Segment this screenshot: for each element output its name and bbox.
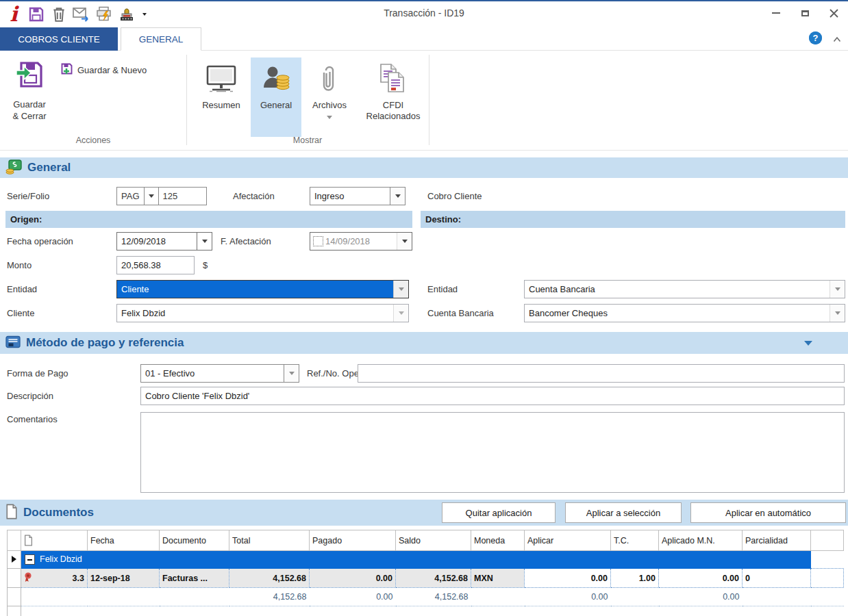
header-parcialidad[interactable]: Parcialidad bbox=[743, 530, 811, 551]
maximize-icon[interactable] bbox=[796, 4, 814, 22]
stamp-icon[interactable] bbox=[117, 5, 136, 24]
quitar-aplicacion-button[interactable]: Quitar aplicación bbox=[442, 502, 556, 523]
person-coins-icon bbox=[251, 57, 301, 100]
cell-moneda[interactable]: MXN bbox=[471, 569, 525, 588]
header-total[interactable]: Total bbox=[229, 530, 310, 551]
f-afectacion-dropdown-icon[interactable] bbox=[397, 233, 412, 250]
cell-tc[interactable]: 1.00 bbox=[611, 569, 659, 588]
payment-section-title: Método de pago y referencia bbox=[26, 336, 184, 350]
save-close-floppy-icon bbox=[4, 57, 55, 89]
cuenta-bancaria-combo[interactable]: Bancomer Cheques bbox=[524, 304, 845, 322]
cfdi-relacionados-button[interactable]: CFDI Relacionados bbox=[360, 57, 426, 137]
save-new-floppy-icon bbox=[60, 62, 73, 77]
resumen-button[interactable]: Resumen bbox=[193, 57, 249, 137]
save-new-button[interactable]: Guardar & Nuevo bbox=[60, 62, 147, 78]
archivos-dropdown-icon[interactable] bbox=[327, 116, 332, 119]
payment-collapse-icon[interactable] bbox=[804, 341, 812, 346]
quick-print-icon[interactable] bbox=[95, 5, 114, 24]
afectacion-combo[interactable]: Ingreso bbox=[310, 187, 406, 205]
save-close-button[interactable]: Guardar & Cerrar bbox=[4, 57, 55, 134]
header-documento[interactable]: Documento bbox=[160, 530, 229, 551]
f-afectacion-combo[interactable]: 14/09/2018 bbox=[310, 232, 412, 251]
entidad-origen-dropdown-icon[interactable] bbox=[393, 281, 408, 298]
fecha-operacion-dropdown-icon[interactable] bbox=[197, 233, 212, 250]
cliente-combo[interactable]: Felix Dbzid bbox=[116, 304, 409, 322]
row-pointer-cell[interactable] bbox=[8, 551, 21, 569]
forma-pago-dropdown-icon[interactable] bbox=[284, 365, 299, 382]
minimize-icon[interactable] bbox=[767, 4, 785, 22]
archivos-button[interactable]: Archivos bbox=[303, 57, 356, 137]
totals-saldo: 4,152.68 bbox=[396, 588, 471, 606]
serie-value[interactable]: PAG bbox=[117, 191, 144, 201]
fecha-operacion-combo[interactable]: 12/09/2018 bbox=[116, 232, 212, 251]
cell-total[interactable]: 4,152.68 bbox=[229, 569, 310, 588]
cell-seq[interactable]: 3.3 bbox=[21, 569, 88, 588]
document-row[interactable]: 3.3 12-sep-18 Facturas ... 4,152.68 0.00… bbox=[8, 569, 844, 588]
close-icon[interactable] bbox=[825, 4, 843, 22]
f-afectacion-checkbox[interactable] bbox=[313, 236, 323, 246]
header-aplicado[interactable]: Aplicado M.N. bbox=[659, 530, 743, 551]
send-mail-icon[interactable] bbox=[72, 5, 91, 24]
general-section-title: General bbox=[27, 161, 71, 175]
group-customer-name: Felix Dbzid bbox=[40, 554, 82, 564]
tab-general[interactable]: GENERAL bbox=[121, 27, 201, 51]
serie-folio-label: Serie/Folio bbox=[7, 187, 49, 205]
header-doc-icon-cell[interactable] bbox=[21, 530, 88, 551]
forma-pago-combo[interactable]: 01 - Efectivo bbox=[140, 364, 299, 383]
serie-dropdown-icon[interactable] bbox=[144, 188, 159, 205]
origen-subheader: Origen: bbox=[5, 211, 412, 228]
general-section-header: General bbox=[0, 157, 848, 178]
header-tc[interactable]: T.C. bbox=[611, 530, 659, 551]
cfdi-label-line1: CFDI bbox=[360, 100, 426, 111]
cell-aplicado[interactable]: 0.00 bbox=[659, 569, 743, 588]
cell-saldo[interactable]: 4,152.68 bbox=[396, 569, 471, 588]
ribbon-separator bbox=[186, 55, 187, 145]
delete-icon[interactable] bbox=[49, 5, 68, 24]
aplicar-seleccion-button[interactable]: Aplicar a selección bbox=[565, 502, 682, 523]
cell-parcialidad[interactable]: 0 bbox=[743, 569, 811, 588]
cell-pagado[interactable]: 0.00 bbox=[310, 569, 396, 588]
entidad-origen-combo[interactable]: Cliente bbox=[116, 280, 409, 298]
tab-cobros-cliente[interactable]: COBROS CLIENTE bbox=[0, 27, 118, 51]
group-row-cell[interactable]: Felix Dbzid bbox=[21, 551, 811, 569]
destino-subheader: Destino: bbox=[421, 211, 845, 228]
afectacion-dropdown-icon[interactable] bbox=[390, 188, 405, 205]
group-label-mostrar: Mostrar bbox=[186, 136, 429, 145]
header-pagado[interactable]: Pagado bbox=[310, 530, 396, 551]
monto-input[interactable] bbox=[116, 256, 195, 274]
entidad-destino-dropdown-icon[interactable] bbox=[830, 281, 845, 298]
save-icon[interactable] bbox=[27, 5, 46, 24]
collapse-minus-icon[interactable] bbox=[25, 554, 35, 565]
help-icon[interactable]: ? bbox=[809, 31, 822, 44]
cell-trailing bbox=[811, 569, 844, 588]
cell-fecha[interactable]: 12-sep-18 bbox=[88, 569, 160, 588]
header-moneda[interactable]: Moneda bbox=[471, 530, 525, 551]
fecha-operacion-label: Fecha operación bbox=[7, 232, 73, 251]
general-button-selected[interactable]: General bbox=[251, 57, 301, 137]
header-saldo[interactable]: Saldo bbox=[396, 530, 471, 551]
group-trailing-cell bbox=[811, 551, 844, 569]
descripcion-input[interactable] bbox=[140, 387, 845, 405]
cuenta-bancaria-dropdown-icon[interactable] bbox=[830, 305, 845, 322]
more-dropdown-icon[interactable] bbox=[140, 5, 149, 24]
ribbon: Guardar & Cerrar Guardar & Nuevo Accione… bbox=[0, 51, 848, 151]
afectacion-label: Afectación bbox=[233, 187, 275, 205]
aplicar-automatico-button[interactable]: Aplicar en automático bbox=[690, 502, 846, 523]
collapse-ribbon-icon[interactable] bbox=[833, 34, 841, 44]
header-fecha[interactable]: Fecha bbox=[88, 530, 160, 551]
row-selector-cell[interactable] bbox=[8, 569, 21, 588]
cliente-dropdown-icon[interactable] bbox=[393, 305, 408, 322]
general-label: General bbox=[251, 100, 301, 111]
cfdi-label-line2: Relacionados bbox=[360, 111, 426, 122]
cell-aplicar[interactable]: 0.00 bbox=[525, 569, 611, 588]
app-logo-icon[interactable]: i bbox=[4, 5, 23, 24]
header-aplicar[interactable]: Aplicar bbox=[525, 530, 611, 551]
comentarios-textarea[interactable] bbox=[140, 412, 845, 493]
cell-documento[interactable]: Facturas ... bbox=[160, 569, 229, 588]
entidad-destino-combo[interactable]: Cuenta Bancaria bbox=[524, 280, 845, 298]
window-controls bbox=[767, 4, 843, 22]
afectacion-value: Ingreso bbox=[310, 191, 390, 201]
ref-input[interactable] bbox=[358, 364, 845, 383]
folio-value[interactable]: 125 bbox=[159, 191, 207, 201]
group-row[interactable]: Felix Dbzid bbox=[8, 551, 844, 569]
